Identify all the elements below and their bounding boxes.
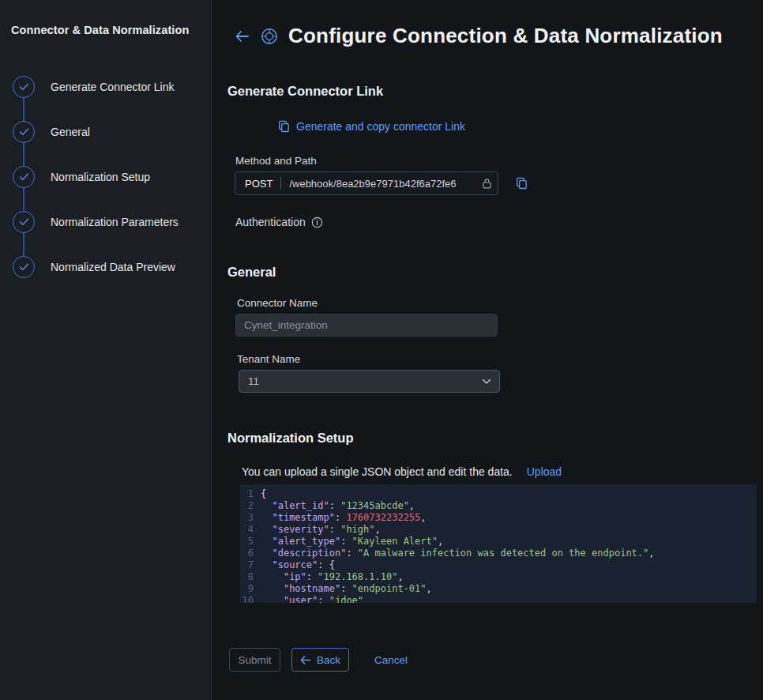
tenant-name-label: Tenant Name — [237, 353, 763, 365]
code-line: 4 "severity": "high", — [240, 524, 757, 536]
line-number: 8 — [240, 571, 261, 583]
info-icon[interactable] — [311, 216, 323, 228]
upload-row: You can upload a single JSON object and … — [242, 465, 763, 478]
section-heading-generate-connector-link: Generate Connector Link — [227, 84, 763, 99]
line-number: 9 — [240, 583, 261, 595]
tenant-name-select[interactable]: 11 — [239, 370, 500, 393]
generate-copy-connector-link[interactable]: Generate and copy connector Link — [278, 120, 465, 133]
code-line: 1{ — [240, 488, 757, 500]
step-label: Normalized Data Preview — [51, 261, 175, 273]
stepper-step[interactable]: Normalization Setup — [13, 166, 200, 211]
line-number: 6 — [240, 548, 261, 559]
code-line: 8 "ip": "192.168.1.10", — [240, 571, 757, 583]
stepper-step[interactable]: General — [13, 121, 200, 166]
code-line: 2 "alert_id": "12345abcde", — [240, 500, 757, 512]
http-method: POST — [245, 178, 272, 190]
line-number: 1 — [240, 488, 261, 500]
code-line: 10 "user": "jdoe" — [240, 595, 757, 603]
step-check-icon — [13, 76, 35, 98]
step-label: Normalization Parameters — [51, 216, 179, 228]
step-label: Generate Connector Link — [51, 81, 174, 93]
stepper-step[interactable]: Generate Connector Link — [13, 76, 200, 121]
line-number: 4 — [240, 524, 261, 536]
step-check-icon — [13, 256, 35, 278]
footer-buttons: Submit Back Cancel — [229, 648, 763, 672]
authentication-row: Authentication — [235, 216, 763, 228]
chevron-down-icon — [482, 378, 491, 385]
json-editor[interactable]: 1{2 "alert_id": "12345abcde",3 "timestam… — [240, 484, 757, 603]
cancel-button[interactable]: Cancel — [368, 648, 414, 672]
method-path-row: POST /webhook/8ea2b9e7971b42f6a72fe6 — [235, 171, 763, 195]
sidebar: Connector & Data Normalization Generate … — [0, 0, 212, 700]
authentication-label: Authentication — [235, 216, 306, 228]
stepper-step[interactable]: Normalization Parameters — [13, 211, 200, 256]
line-number: 2 — [240, 500, 261, 512]
page-header: Configure Connection & Data Normalizatio… — [235, 24, 763, 48]
code-line: 3 "timestamp": 1760732232255, — [240, 512, 757, 524]
app-window: Connector & Data Normalization Generate … — [0, 0, 763, 700]
code-line: 7 "source": { — [240, 559, 757, 571]
line-number: 3 — [240, 512, 261, 524]
method-and-path-label: Method and Path — [235, 155, 763, 167]
line-number: 10 — [240, 595, 261, 603]
stepper: Generate Connector LinkGeneralNormalizat… — [11, 76, 200, 278]
stepper-step[interactable]: Normalized Data Preview — [13, 256, 200, 278]
section-heading-general: General — [227, 265, 763, 280]
tenant-name-value: 11 — [248, 375, 259, 387]
back-button[interactable]: Back — [291, 648, 349, 672]
back-button-label: Back — [317, 654, 340, 666]
copy-path-icon[interactable] — [516, 177, 528, 190]
field-divider — [280, 177, 281, 190]
connector-icon — [261, 28, 278, 45]
webhook-path: /webhook/8ea2b9e7971b42f6a72fe6 — [289, 178, 481, 190]
page-title: Configure Connection & Data Normalizatio… — [288, 24, 723, 48]
step-check-icon — [13, 121, 35, 143]
connector-name-input[interactable] — [235, 314, 498, 337]
code-line: 6 "description": "A malware infection wa… — [240, 548, 757, 559]
step-label: Normalization Setup — [51, 171, 150, 183]
method-path-field[interactable]: POST /webhook/8ea2b9e7971b42f6a72fe6 — [235, 171, 498, 195]
connector-name-label: Connector Name — [237, 297, 763, 309]
copy-icon — [278, 120, 290, 133]
step-check-icon — [13, 166, 35, 188]
line-number: 5 — [240, 536, 261, 548]
generate-copy-connector-link-label: Generate and copy connector Link — [296, 120, 465, 133]
main-panel: Configure Connection & Data Normalizatio… — [212, 0, 763, 700]
step-check-icon — [13, 211, 35, 233]
back-arrow-icon[interactable] — [235, 30, 250, 43]
sidebar-title: Connector & Data Normalization — [11, 24, 200, 36]
lock-icon — [483, 178, 491, 189]
code-line: 9 "hostname": "endpoint-01", — [240, 583, 757, 595]
upload-link[interactable]: Upload — [527, 465, 562, 478]
step-label: General — [51, 126, 90, 138]
submit-button[interactable]: Submit — [229, 648, 280, 672]
line-number: 7 — [240, 559, 261, 571]
code-line: 5 "alert_type": "Kayleen Alert", — [240, 536, 757, 548]
back-button-arrow-icon — [300, 656, 311, 664]
section-heading-normalization-setup: Normalization Setup — [227, 431, 763, 446]
upload-hint: You can upload a single JSON object and … — [242, 465, 513, 478]
